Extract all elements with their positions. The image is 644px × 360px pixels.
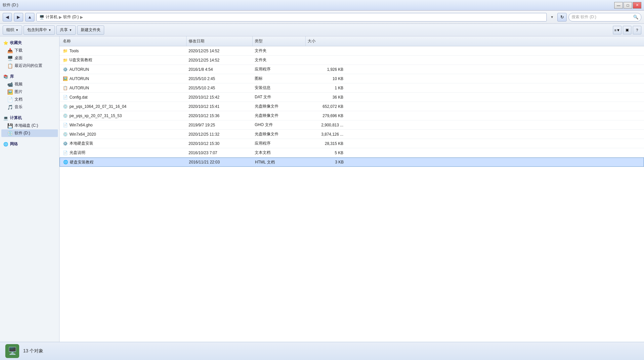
file-modified-cell: 2016/1/8 4:54	[187, 67, 253, 72]
table-row[interactable]: 💿pe_yqs_1064_20_07_31_16_042020/10/12 15…	[60, 102, 644, 111]
table-row[interactable]: 📄Config.dat2020/10/12 15:42DAT 文件36 KB	[60, 93, 644, 102]
add-to-library-label: 包含到库中	[27, 27, 47, 33]
status-bar: 🖥️ 13 个对象	[0, 342, 644, 360]
file-name: Win7x64.gho	[69, 123, 93, 127]
sidebar-header-network[interactable]: 🌐 网络	[1, 140, 58, 148]
table-row[interactable]: ⚙️本地硬盘安装2020/10/12 15:30应用程序28,315 KB	[60, 139, 644, 148]
forward-button[interactable]: ▶	[14, 13, 23, 22]
favorites-icon: ⭐	[3, 41, 8, 45]
table-row[interactable]: 📁Tools2020/12/25 14:52文件夹	[60, 46, 644, 56]
maximize-button[interactable]: □	[623, 2, 632, 9]
close-button[interactable]: ✕	[633, 2, 641, 9]
address-path[interactable]: 🖥️ 计算机 ▶ 软件 (D:) ▶	[36, 13, 547, 22]
path-segment-2: 软件 (D:)	[63, 14, 79, 20]
download-icon: 📥	[7, 48, 13, 53]
table-row[interactable]: 📄光盘说明2016/10/23 7:07文本文档5 KB	[60, 148, 644, 158]
back-button[interactable]: ◀	[3, 13, 12, 22]
file-name: 硬盘安装教程	[70, 159, 94, 165]
status-app-icon: 🖥️	[5, 344, 19, 358]
sidebar-section-library: 📚 库 📹 视频 🖼️ 图片 📄 文档 🎵 音乐	[1, 73, 58, 111]
file-icon: 📋	[63, 86, 68, 90]
view-dropdown-button[interactable]: ≡▼	[613, 26, 622, 34]
file-modified-cell: 2016/10/23 7:07	[187, 151, 253, 155]
col-header-name[interactable]: 名称	[61, 36, 187, 46]
table-row[interactable]: 📁U盘安装教程2020/12/25 14:52文件夹	[60, 56, 644, 65]
table-row[interactable]: 🖼️AUTORUN2015/5/10 2:45图标10 KB	[60, 74, 644, 83]
column-headers: 名称 修改日期 类型 大小	[60, 36, 644, 46]
preview-pane-button[interactable]: ▣	[623, 26, 631, 34]
sidebar-item-drive-d[interactable]: 💿 软件 (D:)	[1, 129, 58, 137]
file-icon: 💿	[63, 113, 68, 118]
sidebar-item-recent[interactable]: 📋 最近访问的位置	[1, 62, 58, 69]
file-type-cell: 光盘映像文件	[253, 104, 306, 109]
file-name-cell: 💿Win7x64_2020	[61, 132, 187, 137]
computer-icon: 💻	[3, 116, 8, 120]
add-to-library-button[interactable]: 包含到库中 ▼	[23, 25, 55, 35]
new-folder-button[interactable]: 新建文件夹	[77, 25, 104, 35]
share-button[interactable]: 共享 ▼	[56, 25, 76, 35]
video-label: 视频	[15, 81, 22, 87]
table-row[interactable]: 📋AUTORUN2015/5/10 2:45安装信息1 KB	[60, 83, 644, 93]
file-size-cell: 2,900,813 ...	[306, 123, 345, 127]
file-icon: 📁	[63, 58, 68, 63]
table-row[interactable]: 💿pe_yqs_xp_20_07_31_15_532020/10/12 15:3…	[60, 111, 644, 120]
table-row[interactable]: 📄Win7x64.gho2019/9/7 19:25GHO 文件2,900,81…	[60, 120, 644, 130]
sidebar-item-download[interactable]: 📥 下载	[1, 47, 58, 54]
organize-button[interactable]: 组织 ▼	[3, 25, 22, 35]
organize-label: 组织	[6, 27, 14, 33]
file-name: pe_yqs_1064_20_07_31_16_04	[69, 104, 126, 109]
sidebar-item-desktop[interactable]: 🖥️ 桌面	[1, 54, 58, 62]
add-to-library-dropdown-icon: ▼	[48, 28, 51, 32]
file-name: Tools	[69, 49, 79, 53]
sidebar-header-library[interactable]: 📚 库	[1, 73, 58, 80]
col-header-type[interactable]: 类型	[253, 36, 306, 46]
file-name: pe_yqs_xp_20_07_31_15_53	[69, 113, 122, 118]
sidebar-item-documents[interactable]: 📄 文档	[1, 96, 58, 103]
table-row[interactable]: ⚙️AUTORUN2016/1/8 4:54应用程序1,926 KB	[60, 65, 644, 74]
drive-c-icon: 💾	[7, 123, 13, 128]
col-header-modified[interactable]: 修改日期	[187, 36, 253, 46]
title-bar-left: 软件 (D:)	[3, 2, 18, 8]
sidebar-header-computer[interactable]: 💻 计算机	[1, 114, 58, 122]
file-type-cell: DAT 文件	[253, 94, 306, 100]
up-button[interactable]: ▲	[25, 13, 34, 22]
file-name: 本地硬盘安装	[69, 141, 93, 146]
table-row[interactable]: 🌐硬盘安装教程2016/11/21 22:03HTML 文档3 KB	[60, 158, 644, 167]
file-type-cell: 文件夹	[253, 48, 306, 54]
file-name: AUTORUN	[69, 76, 89, 81]
file-name-cell: 📄光盘说明	[61, 150, 187, 156]
help-button[interactable]: ?	[633, 26, 641, 34]
file-name-cell: 🖼️AUTORUN	[61, 76, 187, 81]
file-name: Win7x64_2020	[69, 132, 96, 137]
sidebar-item-video[interactable]: 📹 视频	[1, 80, 58, 88]
sidebar-item-pictures[interactable]: 🖼️ 图片	[1, 88, 58, 96]
file-modified-cell: 2016/11/21 22:03	[187, 160, 253, 164]
address-dropdown-button[interactable]: ▼	[549, 13, 555, 22]
minimize-button[interactable]: —	[614, 2, 623, 9]
file-icon: 💿	[63, 104, 68, 109]
col-header-size[interactable]: 大小	[306, 36, 345, 46]
sidebar-section-favorites: ⭐ 收藏夹 📥 下载 🖥️ 桌面 📋 最近访问的位置	[1, 39, 58, 69]
title-bar: 软件 (D:) — □ ✕	[0, 0, 644, 11]
sidebar-item-music[interactable]: 🎵 音乐	[1, 103, 58, 111]
file-size-cell: 1,926 KB	[306, 67, 345, 72]
search-box[interactable]: 搜索 软件 (D:) 🔍	[569, 13, 641, 22]
file-type-cell: 光盘映像文件	[253, 131, 306, 137]
new-folder-label: 新建文件夹	[81, 27, 101, 33]
file-size-cell: 3,874,126 ...	[306, 132, 345, 137]
refresh-button[interactable]: ↻	[557, 13, 567, 22]
path-icon: 🖥️	[39, 15, 44, 20]
sidebar-header-favorites[interactable]: ⭐ 收藏夹	[1, 39, 58, 47]
file-name-cell: 💿pe_yqs_1064_20_07_31_16_04	[61, 104, 187, 109]
sidebar: ⭐ 收藏夹 📥 下载 🖥️ 桌面 📋 最近访问的位置 📚 库	[0, 36, 60, 342]
file-icon: ⚙️	[63, 141, 68, 146]
table-row[interactable]: 💿Win7x64_20202020/12/25 11:32光盘映像文件3,874…	[60, 130, 644, 139]
file-icon: ⚙️	[63, 67, 68, 72]
file-size-cell: 652,072 KB	[306, 104, 345, 109]
drive-d-icon: 💿	[7, 131, 13, 136]
file-type-cell: HTML 文档	[253, 159, 306, 165]
sidebar-item-drive-c[interactable]: 💾 本地磁盘 (C:)	[1, 122, 58, 129]
recent-icon: 📋	[7, 63, 13, 68]
file-name: AUTORUN	[69, 67, 89, 72]
pictures-icon: 🖼️	[7, 89, 13, 95]
